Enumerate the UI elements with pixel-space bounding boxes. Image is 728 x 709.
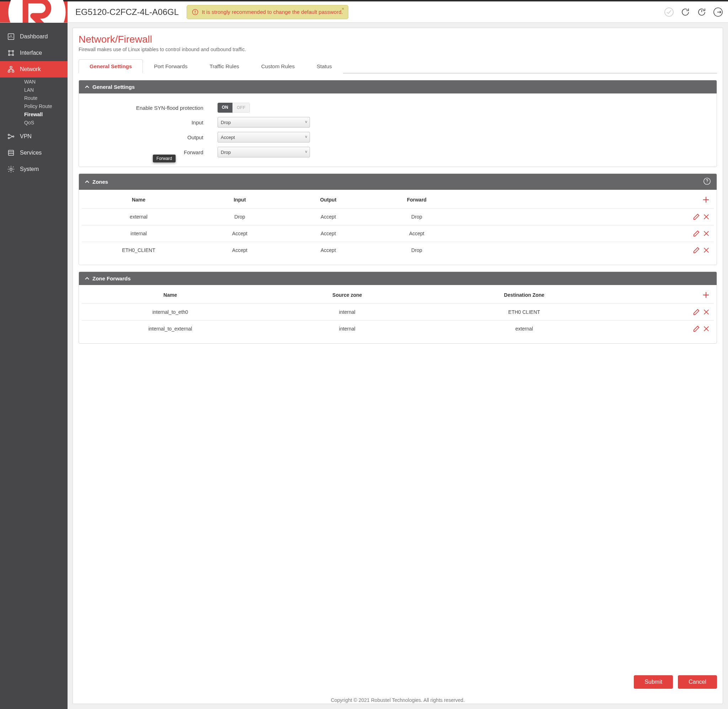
- input-select[interactable]: Drop: [217, 117, 310, 128]
- panel-header-general[interactable]: General Settings: [79, 80, 716, 93]
- chevron-up-icon: [85, 276, 90, 281]
- svg-point-15: [8, 134, 10, 136]
- sidebar-item-interface[interactable]: Interface: [0, 45, 67, 61]
- sidebar-subnav-network: WAN LAN Route Policy Route Firewall QoS: [0, 77, 67, 128]
- sidebar-item-label: System: [20, 166, 39, 172]
- panel-header-zone-forwards[interactable]: Zone Forwards: [79, 272, 716, 285]
- syn-flood-toggle[interactable]: ON OFF: [217, 103, 250, 113]
- chevron-up-icon: [85, 179, 90, 184]
- sidebar-item-dashboard[interactable]: Dashboard: [0, 28, 67, 45]
- tab-status[interactable]: Status: [306, 59, 343, 74]
- sidebar-item-vpn[interactable]: VPN: [0, 128, 67, 144]
- submit-button[interactable]: Submit: [634, 675, 673, 689]
- footer: Copyright © 2021 Robustel Technologies. …: [79, 695, 717, 704]
- sidebar-sub-route[interactable]: Route: [24, 95, 67, 101]
- zone-forwards-table: Name Source zone Destination Zone intern…: [82, 286, 714, 337]
- sidebar-item-services[interactable]: Services: [0, 144, 67, 161]
- zones-add-button[interactable]: [702, 195, 710, 204]
- zf-name: internal_to_external: [82, 321, 259, 337]
- svg-point-17: [13, 136, 14, 137]
- sidebar-item-label: VPN: [20, 133, 32, 140]
- zone-forward: Accept: [372, 225, 461, 242]
- tab-traffic-rules[interactable]: Traffic Rules: [198, 59, 250, 74]
- edit-icon[interactable]: [693, 230, 700, 238]
- edit-icon[interactable]: [693, 308, 700, 316]
- svg-point-10: [9, 54, 10, 56]
- zone-input: Accept: [195, 225, 284, 242]
- check-icon[interactable]: [664, 7, 674, 17]
- svg-point-3: [195, 13, 195, 13]
- output-label: Output: [104, 134, 217, 140]
- svg-rect-14: [12, 71, 14, 73]
- password-alert: It is strongly recommended to change the…: [187, 5, 348, 19]
- reboot-icon[interactable]: [697, 7, 707, 17]
- svg-point-16: [8, 137, 10, 139]
- edit-icon[interactable]: [693, 246, 700, 254]
- delete-icon[interactable]: [702, 230, 710, 238]
- sidebar-sub-policy-route[interactable]: Policy Route: [24, 104, 67, 109]
- forward-select[interactable]: Drop: [217, 147, 310, 158]
- edit-icon[interactable]: [693, 325, 700, 333]
- zones-th-name: Name: [82, 191, 195, 209]
- sidebar-sub-qos[interactable]: QoS: [24, 120, 67, 125]
- input-label: Input: [104, 120, 217, 125]
- zones-th-input: Input: [195, 191, 284, 209]
- zone-output: Accept: [284, 242, 372, 259]
- logout-icon[interactable]: [713, 7, 723, 17]
- zf-name: internal_to_eth0: [82, 304, 259, 321]
- brand-logo: robustel: [0, 1, 67, 22]
- sidebar-item-label: Services: [20, 150, 42, 156]
- alert-close-icon[interactable]: ×: [341, 6, 344, 12]
- delete-icon[interactable]: [702, 308, 710, 316]
- output-select[interactable]: Accept: [217, 132, 310, 143]
- dashboard-icon: [7, 33, 15, 41]
- svg-point-11: [12, 54, 14, 56]
- panel-zones: Zones Name Input Output Forward external…: [79, 174, 717, 265]
- sidebar-sub-wan[interactable]: WAN: [24, 79, 67, 85]
- table-row: externalDropAcceptDrop: [82, 209, 714, 225]
- sidebar-item-label: Interface: [20, 50, 42, 56]
- zf-th-source: Source zone: [259, 286, 436, 304]
- table-row: ETH0_CLIENTAcceptAcceptDrop: [82, 242, 714, 259]
- zf-th-dest: Destination Zone: [436, 286, 613, 304]
- panel-zone-forwards: Zone Forwards Name Source zone Destinati…: [79, 271, 717, 344]
- cancel-button[interactable]: Cancel: [678, 675, 717, 689]
- refresh-icon[interactable]: [680, 7, 690, 17]
- edit-icon[interactable]: [693, 213, 700, 221]
- zone-forward: Drop: [372, 242, 461, 259]
- tab-general-settings[interactable]: General Settings: [79, 59, 143, 74]
- sidebar-item-system[interactable]: System: [0, 161, 67, 177]
- sidebar-sub-lan[interactable]: LAN: [24, 87, 67, 93]
- toggle-on: ON: [217, 103, 232, 113]
- sidebar-item-label: Network: [20, 66, 41, 73]
- syn-flood-label: Enable SYN-flood protection: [104, 105, 217, 111]
- sidebar-sub-firewall[interactable]: Firewall: [24, 112, 67, 117]
- zone-output: Accept: [284, 225, 372, 242]
- sidebar-item-network[interactable]: Network: [0, 61, 67, 77]
- services-icon: [7, 149, 15, 157]
- delete-icon[interactable]: [702, 325, 710, 333]
- tab-custom-rules[interactable]: Custom Rules: [250, 59, 306, 74]
- svg-point-4: [665, 8, 673, 16]
- svg-point-8: [9, 51, 10, 52]
- toggle-off: OFF: [232, 103, 250, 113]
- zf-dest: external: [436, 321, 613, 337]
- topbar: robustel EG5120-C2FCZ-4L-A06GL It is str…: [0, 0, 728, 23]
- zone-name: ETH0_CLIENT: [82, 242, 195, 259]
- zf-add-button[interactable]: [702, 291, 710, 299]
- interface-icon: [7, 49, 15, 57]
- help-icon[interactable]: [703, 177, 711, 186]
- sidebar: Dashboard Interface Network WAN LAN Rout…: [0, 23, 67, 709]
- delete-icon[interactable]: [702, 246, 710, 254]
- svg-point-23: [707, 183, 707, 183]
- chevron-up-icon: [85, 85, 90, 90]
- network-icon: [7, 66, 15, 73]
- tab-port-forwards[interactable]: Port Forwards: [143, 59, 198, 74]
- zone-forward: Drop: [372, 209, 461, 225]
- gear-icon: [7, 165, 15, 173]
- delete-icon[interactable]: [702, 213, 710, 221]
- panel-header-zones[interactable]: Zones: [79, 174, 716, 190]
- zf-source: internal: [259, 321, 436, 337]
- zone-name: external: [82, 209, 195, 225]
- svg-rect-18: [9, 150, 14, 156]
